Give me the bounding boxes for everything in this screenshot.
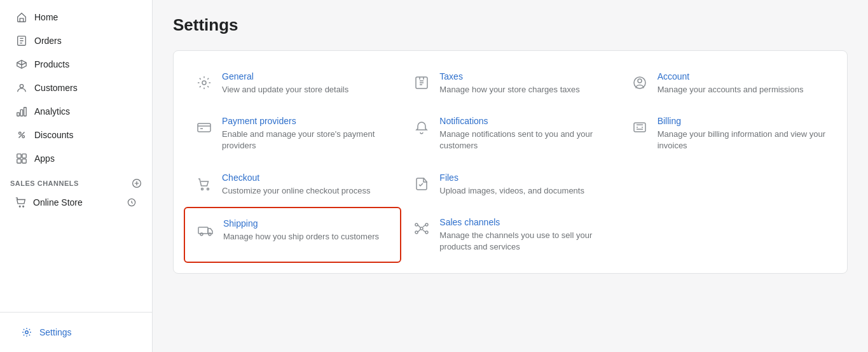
svg-rect-21 xyxy=(634,123,645,132)
apps-icon xyxy=(15,152,28,165)
empty-col-row4 xyxy=(619,207,837,263)
online-store-actions xyxy=(127,197,137,208)
home-icon xyxy=(15,11,28,24)
svg-point-29 xyxy=(425,223,428,226)
sidebar-settings-label: Settings xyxy=(39,327,72,337)
sidebar-item-discounts[interactable]: Discounts xyxy=(5,123,147,146)
account-title: Account xyxy=(658,71,827,81)
online-store-label: Online Store xyxy=(33,197,83,208)
svg-rect-4 xyxy=(24,108,27,116)
sidebar-item-products-label: Products xyxy=(34,59,69,69)
sidebar-item-home-label: Home xyxy=(34,12,58,22)
svg-point-26 xyxy=(209,233,211,236)
payment-title: Payment providers xyxy=(222,116,391,126)
svg-point-15 xyxy=(25,331,29,334)
analytics-icon xyxy=(15,105,28,118)
svg-rect-2 xyxy=(17,113,20,116)
add-sales-channel-icon[interactable] xyxy=(132,178,142,188)
taxes-title: Taxes xyxy=(439,71,609,81)
sidebar-nav: Home Orders Products xyxy=(0,0,152,312)
sidebar-item-online-store[interactable]: Online Store xyxy=(5,192,147,213)
customers-icon xyxy=(15,81,28,94)
svg-point-12 xyxy=(19,206,20,207)
sidebar-item-apps-label: Apps xyxy=(34,153,55,164)
account-content: Account Manage your accounts and permiss… xyxy=(658,71,827,95)
settings-item-billing[interactable]: Billing Manage your billing information … xyxy=(619,106,837,162)
svg-point-6 xyxy=(22,136,25,138)
svg-rect-7 xyxy=(17,154,21,158)
billing-icon xyxy=(630,117,650,137)
settings-card: General View and update your store detai… xyxy=(173,50,848,274)
orders-icon xyxy=(15,34,28,47)
svg-rect-8 xyxy=(22,154,26,158)
svg-rect-10 xyxy=(22,159,26,163)
checkout-content: Checkout Customize your online checkout … xyxy=(222,172,391,197)
sidebar-footer: Settings xyxy=(0,312,152,352)
sidebar-item-products[interactable]: Products xyxy=(5,53,147,76)
channels-content: Sales channels Manage the channels you u… xyxy=(439,217,609,253)
discounts-icon xyxy=(15,129,28,141)
shipping-desc: Manage how you ship orders to customers xyxy=(223,231,390,243)
billing-title: Billing xyxy=(658,116,827,126)
settings-item-taxes[interactable]: Taxes Manage how your store charges taxe… xyxy=(401,61,619,106)
checkout-desc: Customize your online checkout process xyxy=(222,185,391,197)
settings-item-files[interactable]: Files Upload images, videos, and documen… xyxy=(401,162,619,207)
shipping-icon xyxy=(195,220,216,240)
settings-item-shipping[interactable]: Shipping Manage how you ship orders to c… xyxy=(184,207,401,263)
sidebar-item-apps[interactable]: Apps xyxy=(5,147,147,170)
svg-point-25 xyxy=(200,233,203,236)
notifications-title: Notifications xyxy=(439,116,609,126)
online-store-left: Online Store xyxy=(15,197,83,208)
sidebar-item-customers-label: Customers xyxy=(34,83,78,93)
svg-point-16 xyxy=(202,81,206,85)
notifications-icon xyxy=(411,117,432,137)
settings-icon xyxy=(20,326,33,339)
svg-point-23 xyxy=(207,188,209,190)
svg-point-31 xyxy=(425,231,428,234)
files-content: Files Upload images, videos, and documen… xyxy=(439,172,609,197)
settings-item-general[interactable]: General View and update your store detai… xyxy=(184,61,401,106)
payment-desc: Enable and manage your store's payment p… xyxy=(222,129,391,151)
gear-icon xyxy=(194,73,214,93)
settings-item-notifications[interactable]: Notifications Manage notifications sent … xyxy=(401,106,619,162)
taxes-icon xyxy=(411,73,432,93)
svg-rect-24 xyxy=(198,227,208,234)
notifications-desc: Manage notifications sent to you and you… xyxy=(439,129,609,151)
svg-rect-20 xyxy=(198,123,210,132)
main-content: Settings General View and update your st… xyxy=(153,0,868,352)
sidebar-item-settings[interactable]: Settings xyxy=(10,321,142,344)
settings-item-account[interactable]: Account Manage your accounts and permiss… xyxy=(619,61,837,106)
settings-item-sales-channels[interactable]: Sales channels Manage the channels you u… xyxy=(401,207,619,263)
empty-col-row3 xyxy=(619,162,837,207)
svg-point-19 xyxy=(638,79,642,83)
files-title: Files xyxy=(439,172,609,183)
sidebar-item-orders[interactable]: Orders xyxy=(5,29,147,52)
settings-grid: General View and update your store detai… xyxy=(184,61,837,263)
channels-title: Sales channels xyxy=(439,217,609,227)
checkout-title: Checkout xyxy=(222,172,391,183)
sidebar: Home Orders Products xyxy=(0,0,153,352)
svg-point-30 xyxy=(415,231,418,234)
svg-rect-3 xyxy=(20,109,23,116)
settings-item-payment[interactable]: Payment providers Enable and manage your… xyxy=(184,106,401,162)
sidebar-item-discounts-label: Discounts xyxy=(34,130,73,140)
account-desc: Manage your accounts and permissions xyxy=(658,84,827,95)
settings-item-checkout[interactable]: Checkout Customize your online checkout … xyxy=(184,162,401,207)
channels-icon xyxy=(411,218,432,239)
sidebar-item-analytics[interactable]: Analytics xyxy=(5,100,147,123)
svg-point-5 xyxy=(19,132,22,135)
files-icon xyxy=(411,174,432,194)
sidebar-item-home[interactable]: Home xyxy=(5,6,147,29)
sidebar-item-analytics-label: Analytics xyxy=(34,106,70,116)
payment-icon xyxy=(194,117,214,137)
files-desc: Upload images, videos, and documents xyxy=(439,185,609,197)
svg-point-1 xyxy=(20,85,23,88)
general-title: General xyxy=(222,71,391,81)
payment-content: Payment providers Enable and manage your… xyxy=(222,116,391,151)
products-icon xyxy=(15,58,28,71)
sidebar-item-orders-label: Orders xyxy=(34,36,62,46)
sidebar-item-customers[interactable]: Customers xyxy=(5,76,147,99)
page-title: Settings xyxy=(173,15,848,35)
billing-desc: Manage your billing information and view… xyxy=(658,129,827,151)
account-icon xyxy=(630,73,650,93)
